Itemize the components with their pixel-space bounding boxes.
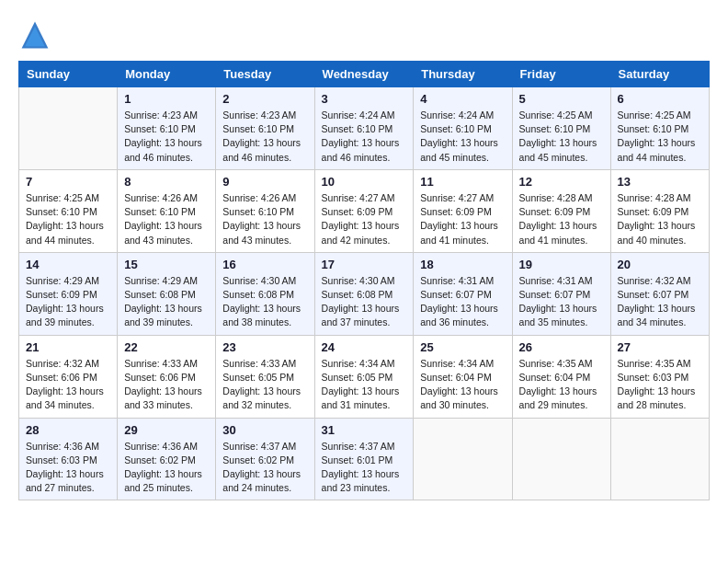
- day-info: Sunrise: 4:34 AMSunset: 6:05 PMDaylight:…: [322, 357, 407, 413]
- day-info: Sunrise: 4:29 AMSunset: 6:09 PMDaylight:…: [26, 274, 110, 330]
- day-info: Sunrise: 4:29 AMSunset: 6:08 PMDaylight:…: [124, 274, 209, 330]
- day-info: Sunrise: 4:37 AMSunset: 6:01 PMDaylight:…: [322, 440, 407, 496]
- calendar-cell: 12Sunrise: 4:28 AMSunset: 6:09 PMDayligh…: [512, 169, 610, 252]
- day-number: 2: [222, 92, 307, 106]
- day-number: 20: [618, 258, 702, 271]
- calendar-cell: 8Sunrise: 4:26 AMSunset: 6:10 PMDaylight…: [118, 169, 216, 252]
- day-info: Sunrise: 4:25 AMSunset: 6:10 PMDaylight:…: [519, 109, 604, 165]
- day-number: 13: [618, 175, 702, 189]
- day-number: 23: [222, 340, 307, 354]
- day-number: 10: [322, 175, 407, 189]
- calendar-cell: 1Sunrise: 4:23 AMSunset: 6:10 PMDaylight…: [118, 87, 216, 170]
- day-number: 21: [26, 340, 110, 354]
- day-number: 25: [420, 340, 505, 354]
- calendar-cell: [414, 418, 512, 500]
- calendar-cell: 26Sunrise: 4:35 AMSunset: 6:04 PMDayligh…: [512, 335, 610, 418]
- day-info: Sunrise: 4:30 AMSunset: 6:08 PMDaylight:…: [222, 274, 307, 330]
- calendar-cell: [19, 87, 118, 170]
- day-number: 8: [124, 175, 209, 189]
- calendar-cell: 7Sunrise: 4:25 AMSunset: 6:10 PMDaylight…: [19, 169, 118, 252]
- day-number: 29: [124, 423, 209, 437]
- calendar-cell: 19Sunrise: 4:31 AMSunset: 6:07 PMDayligh…: [512, 252, 610, 335]
- calendar-cell: 27Sunrise: 4:35 AMSunset: 6:03 PMDayligh…: [610, 335, 709, 418]
- day-number: 9: [222, 175, 307, 189]
- column-header-friday: Friday: [512, 62, 610, 87]
- calendar-cell: 24Sunrise: 4:34 AMSunset: 6:05 PMDayligh…: [314, 335, 414, 418]
- calendar-cell: 28Sunrise: 4:36 AMSunset: 6:03 PMDayligh…: [19, 418, 118, 500]
- calendar-cell: 31Sunrise: 4:37 AMSunset: 6:01 PMDayligh…: [314, 418, 414, 500]
- calendar-cell: 3Sunrise: 4:24 AMSunset: 6:10 PMDaylight…: [314, 87, 414, 170]
- day-info: Sunrise: 4:26 AMSunset: 6:10 PMDaylight:…: [222, 191, 307, 247]
- day-number: 3: [322, 92, 407, 106]
- day-info: Sunrise: 4:23 AMSunset: 6:10 PMDaylight:…: [222, 109, 307, 165]
- calendar-cell: 20Sunrise: 4:32 AMSunset: 6:07 PMDayligh…: [610, 252, 709, 335]
- calendar-week-row: 21Sunrise: 4:32 AMSunset: 6:06 PMDayligh…: [19, 335, 710, 418]
- page-header: [18, 18, 710, 52]
- column-header-sunday: Sunday: [19, 62, 118, 87]
- logo: [18, 18, 57, 52]
- calendar-cell: 11Sunrise: 4:27 AMSunset: 6:09 PMDayligh…: [414, 169, 512, 252]
- day-number: 31: [322, 423, 407, 437]
- calendar-cell: 14Sunrise: 4:29 AMSunset: 6:09 PMDayligh…: [19, 252, 118, 335]
- day-info: Sunrise: 4:24 AMSunset: 6:10 PMDaylight:…: [420, 109, 505, 165]
- calendar-week-row: 14Sunrise: 4:29 AMSunset: 6:09 PMDayligh…: [19, 252, 710, 335]
- calendar-cell: 15Sunrise: 4:29 AMSunset: 6:08 PMDayligh…: [118, 252, 216, 335]
- day-number: 22: [124, 340, 209, 354]
- calendar-header-row: SundayMondayTuesdayWednesdayThursdayFrid…: [19, 62, 710, 87]
- day-number: 7: [26, 175, 110, 189]
- day-number: 5: [519, 92, 604, 106]
- day-info: Sunrise: 4:31 AMSunset: 6:07 PMDaylight:…: [519, 274, 604, 330]
- day-info: Sunrise: 4:25 AMSunset: 6:10 PMDaylight:…: [618, 109, 702, 165]
- day-info: Sunrise: 4:31 AMSunset: 6:07 PMDaylight:…: [420, 274, 505, 330]
- calendar-cell: 25Sunrise: 4:34 AMSunset: 6:04 PMDayligh…: [414, 335, 512, 418]
- calendar-week-row: 28Sunrise: 4:36 AMSunset: 6:03 PMDayligh…: [19, 418, 710, 500]
- calendar-cell: 21Sunrise: 4:32 AMSunset: 6:06 PMDayligh…: [19, 335, 118, 418]
- day-number: 17: [322, 258, 407, 271]
- day-info: Sunrise: 4:36 AMSunset: 6:02 PMDaylight:…: [124, 440, 209, 496]
- day-number: 26: [519, 340, 604, 354]
- day-number: 18: [420, 258, 505, 271]
- day-info: Sunrise: 4:33 AMSunset: 6:05 PMDaylight:…: [222, 357, 307, 413]
- day-number: 19: [519, 258, 604, 271]
- calendar-cell: [610, 418, 709, 500]
- day-number: 1: [124, 92, 209, 106]
- day-number: 28: [26, 423, 110, 437]
- column-header-monday: Monday: [118, 62, 216, 87]
- day-number: 24: [322, 340, 407, 354]
- day-info: Sunrise: 4:27 AMSunset: 6:09 PMDaylight:…: [322, 191, 407, 247]
- day-info: Sunrise: 4:36 AMSunset: 6:03 PMDaylight:…: [26, 440, 110, 496]
- calendar-cell: 13Sunrise: 4:28 AMSunset: 6:09 PMDayligh…: [610, 169, 709, 252]
- calendar-week-row: 7Sunrise: 4:25 AMSunset: 6:10 PMDaylight…: [19, 169, 710, 252]
- day-info: Sunrise: 4:30 AMSunset: 6:08 PMDaylight:…: [322, 274, 407, 330]
- day-info: Sunrise: 4:35 AMSunset: 6:04 PMDaylight:…: [519, 357, 604, 413]
- calendar-cell: 5Sunrise: 4:25 AMSunset: 6:10 PMDaylight…: [512, 87, 610, 170]
- calendar-table: SundayMondayTuesdayWednesdayThursdayFrid…: [18, 61, 710, 500]
- day-info: Sunrise: 4:32 AMSunset: 6:07 PMDaylight:…: [618, 274, 702, 330]
- day-number: 16: [222, 258, 307, 271]
- column-header-tuesday: Tuesday: [216, 62, 314, 87]
- calendar-cell: 16Sunrise: 4:30 AMSunset: 6:08 PMDayligh…: [216, 252, 314, 335]
- column-header-saturday: Saturday: [610, 62, 709, 87]
- column-header-thursday: Thursday: [414, 62, 512, 87]
- day-info: Sunrise: 4:32 AMSunset: 6:06 PMDaylight:…: [26, 357, 110, 413]
- calendar-cell: [512, 418, 610, 500]
- day-number: 14: [26, 258, 110, 271]
- calendar-cell: 9Sunrise: 4:26 AMSunset: 6:10 PMDaylight…: [216, 169, 314, 252]
- day-number: 4: [420, 92, 505, 106]
- calendar-cell: 30Sunrise: 4:37 AMSunset: 6:02 PMDayligh…: [216, 418, 314, 500]
- day-info: Sunrise: 4:35 AMSunset: 6:03 PMDaylight:…: [618, 357, 702, 413]
- day-number: 27: [618, 340, 702, 354]
- calendar-cell: 4Sunrise: 4:24 AMSunset: 6:10 PMDaylight…: [414, 87, 512, 170]
- calendar-cell: 2Sunrise: 4:23 AMSunset: 6:10 PMDaylight…: [216, 87, 314, 170]
- day-info: Sunrise: 4:34 AMSunset: 6:04 PMDaylight:…: [420, 357, 505, 413]
- calendar-cell: 18Sunrise: 4:31 AMSunset: 6:07 PMDayligh…: [414, 252, 512, 335]
- calendar-cell: 29Sunrise: 4:36 AMSunset: 6:02 PMDayligh…: [118, 418, 216, 500]
- day-info: Sunrise: 4:24 AMSunset: 6:10 PMDaylight:…: [322, 109, 407, 165]
- column-header-wednesday: Wednesday: [314, 62, 414, 87]
- day-info: Sunrise: 4:33 AMSunset: 6:06 PMDaylight:…: [124, 357, 209, 413]
- day-info: Sunrise: 4:27 AMSunset: 6:09 PMDaylight:…: [420, 191, 505, 247]
- calendar-cell: 22Sunrise: 4:33 AMSunset: 6:06 PMDayligh…: [118, 335, 216, 418]
- day-number: 30: [222, 423, 307, 437]
- day-number: 6: [618, 92, 702, 106]
- day-info: Sunrise: 4:25 AMSunset: 6:10 PMDaylight:…: [26, 191, 110, 247]
